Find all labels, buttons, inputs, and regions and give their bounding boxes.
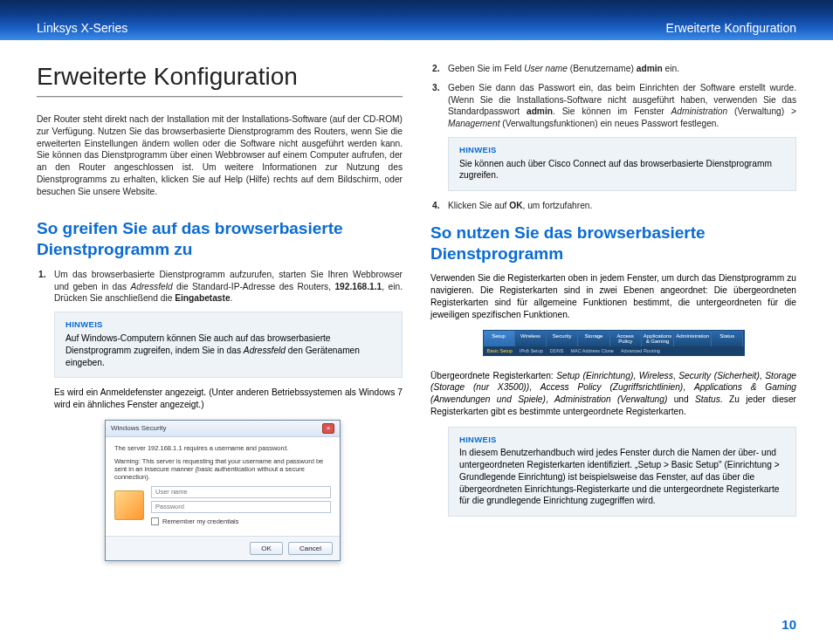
windows-security-dialog: Windows Security × The server 192.168.1.… <box>105 420 341 561</box>
step-number: 1. <box>37 269 54 305</box>
header-right: Erweiterte Konfiguration <box>666 21 796 35</box>
right-column: 2. Geben Sie im Feld User name (Benutzer… <box>430 63 796 561</box>
title-rule <box>37 96 403 98</box>
router-nav-figure: Setup Wireless Security Storage Access P… <box>430 330 796 356</box>
step-text: Geben Sie im Feld User name (Benutzernam… <box>448 63 796 75</box>
left-column: Erweiterte Konfiguration Der Router steh… <box>37 63 403 561</box>
remember-label: Remember my credentials <box>162 517 239 525</box>
credentials-icon <box>114 490 144 520</box>
step-3: 3. Geben Sie dann das Passwort ein, das … <box>430 82 796 130</box>
header-left: Linksys X-Series <box>37 21 127 35</box>
note-label: HINWEIS <box>65 319 391 331</box>
subtab-ddns[interactable]: DDNS <box>547 346 568 355</box>
dialog-text-1: The server 192.168.1.1 requires a userna… <box>114 444 331 452</box>
step-text: Klicken Sie auf OK, um fortzufahren. <box>448 200 796 212</box>
subtab-basic-setup[interactable]: Basic Setup <box>484 346 516 355</box>
dialog-text-2: Warning: This server is requesting that … <box>114 457 331 481</box>
subtab-ipv6[interactable]: IPv6 Setup <box>516 346 547 355</box>
page-title: Erweiterte Konfiguration <box>37 63 403 91</box>
tab-security[interactable]: Security <box>547 331 578 346</box>
note-box-cisco-connect: HINWEIS Sie können auch über Cisco Conne… <box>448 137 796 191</box>
header-bar: Linksys X-Series Erweiterte Konfiguratio… <box>0 0 833 40</box>
step-number: 4. <box>430 200 448 212</box>
tab-wireless[interactable]: Wireless <box>515 331 547 346</box>
login-window-note: Es wird ein Anmeldefenster angezeigt. (U… <box>54 387 403 411</box>
page-number: 10 <box>781 617 796 632</box>
tab-storage[interactable]: Storage <box>578 331 609 346</box>
section-use-heading: So nutzen Sie das browserbasierte Dienst… <box>430 223 796 264</box>
router-nav-tabs: Setup Wireless Security Storage Access P… <box>483 330 745 356</box>
note-text: In diesem Benutzerhandbuch wird jedes Fe… <box>459 448 780 505</box>
access-steps-cont: 2. Geben Sie im Feld User name (Benutzer… <box>430 63 796 130</box>
password-field[interactable] <box>151 501 331 513</box>
step-number: 2. <box>430 63 448 75</box>
note-text: Auf Windows-Computern können Sie auch au… <box>65 333 360 367</box>
step-2: 2. Geben Sie im Feld User name (Benutzer… <box>430 63 796 75</box>
cancel-button[interactable]: Cancel <box>288 542 333 555</box>
subtab-mac-clone[interactable]: MAC Address Clone <box>567 346 617 355</box>
close-icon[interactable]: × <box>322 423 334 434</box>
note-box-tabs-naming: HINWEIS In diesem Benutzerhandbuch wird … <box>448 427 796 517</box>
note-label: HINWEIS <box>459 435 785 446</box>
step-4: 4. Klicken Sie auf OK, um fortzufahren. <box>430 200 796 212</box>
intro-paragraph: Der Router steht direkt nach der Install… <box>37 113 403 197</box>
note-label: HINWEIS <box>459 145 785 156</box>
tab-administration[interactable]: Administration <box>674 331 712 346</box>
checkbox-icon[interactable] <box>151 517 159 525</box>
section-access-heading: So greifen Sie auf das browserbasierte D… <box>37 218 403 260</box>
username-field[interactable] <box>151 486 331 498</box>
tab-access-policy[interactable]: Access Policy <box>610 331 642 346</box>
tabs-description: Übergeordnete Registerkarten: Setup (Ein… <box>430 370 796 418</box>
step-text: Um das browserbasierte Dienstprogramm au… <box>54 269 403 305</box>
remember-checkbox-row[interactable]: Remember my credentials <box>151 517 331 525</box>
login-dialog-figure: Windows Security × The server 192.168.1.… <box>105 420 403 561</box>
dialog-titlebar: Windows Security × <box>106 421 340 437</box>
use-description: Verwenden Sie die Registerkarten oben in… <box>430 272 796 320</box>
dialog-title: Windows Security <box>111 424 167 432</box>
page-content: Erweiterte Konfiguration Der Router steh… <box>0 40 833 561</box>
step-1: 1. Um das browserbasierte Dienstprogramm… <box>37 269 403 305</box>
note-box-windows: HINWEIS Auf Windows-Computern können Sie… <box>54 312 403 378</box>
step-text: Geben Sie dann das Passwort ein, das bei… <box>448 82 796 130</box>
ok-button[interactable]: OK <box>250 542 283 555</box>
tab-status[interactable]: Status <box>712 331 743 346</box>
tab-setup[interactable]: Setup <box>484 331 515 346</box>
subtab-adv-routing[interactable]: Advanced Routing <box>617 346 664 355</box>
access-steps: 1. Um das browserbasierte Dienstprogramm… <box>37 269 403 305</box>
access-steps-cont2: 4. Klicken Sie auf OK, um fortzufahren. <box>430 200 796 212</box>
tab-applications-gaming[interactable]: Applications & Gaming <box>642 331 674 346</box>
note-text: Sie können auch über Cisco Connect auf d… <box>459 159 772 181</box>
step-number: 3. <box>430 82 448 130</box>
